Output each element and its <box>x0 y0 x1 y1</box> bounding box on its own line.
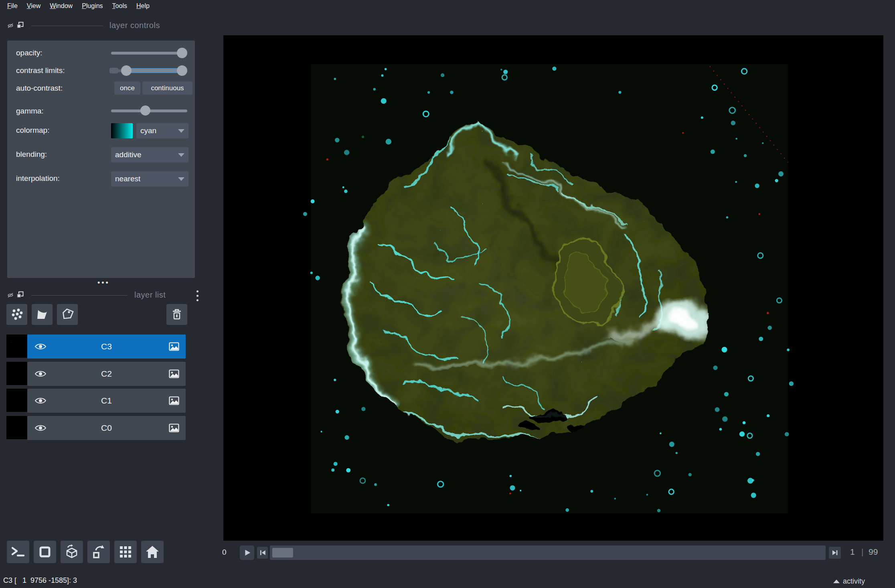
kebab-menu-icon[interactable] <box>196 288 198 304</box>
new-points-layer-button[interactable] <box>6 304 27 325</box>
colormap-label: colormap: <box>16 126 49 135</box>
skip-to-end-button[interactable] <box>829 547 841 559</box>
frame-slider-handle[interactable] <box>272 548 293 558</box>
chevron-down-icon <box>178 153 184 157</box>
contrast-high-handle[interactable] <box>177 65 187 76</box>
frame-separator: | <box>861 547 863 557</box>
layer-list-title: layer list <box>134 290 166 300</box>
gamma-slider[interactable] <box>111 104 187 118</box>
total-frames: 99 <box>869 547 878 557</box>
delete-layer-button[interactable] <box>166 304 187 325</box>
colormap-gradient-swatch <box>111 123 133 138</box>
layer-thumbnail <box>6 389 27 412</box>
home-reset-view-button[interactable] <box>141 541 164 563</box>
viewer-canvas[interactable] <box>223 35 883 541</box>
layer-controls-panel: opacity: contrast limits: auto-contrast:… <box>7 41 195 278</box>
new-shapes-layer-button[interactable] <box>32 304 53 325</box>
image-layer-badge-icon <box>169 369 179 378</box>
image-layer-badge-icon <box>169 342 179 351</box>
new-labels-layer-button[interactable] <box>57 304 78 325</box>
chevron-down-icon <box>178 177 184 181</box>
menu-plugins[interactable]: Plugins <box>82 2 103 10</box>
colormap-dropdown[interactable]: cyan <box>136 123 188 138</box>
visibility-eye-icon[interactable] <box>34 342 47 351</box>
roll-dimensions-button[interactable] <box>61 541 83 563</box>
layer-row[interactable]: C0 <box>27 416 186 440</box>
menu-help[interactable]: Help <box>136 2 150 10</box>
layer-thumbnail <box>6 416 27 439</box>
ndisplay-toggle-button[interactable] <box>34 541 56 563</box>
status-bar-coordinates: C3 [ 1 9756 -1585]: 3 <box>3 576 77 585</box>
skip-to-start-button[interactable] <box>257 547 268 559</box>
chevron-up-icon <box>833 580 840 583</box>
opacity-slider-handle[interactable] <box>177 48 187 58</box>
layer-row[interactable]: C3 <box>27 335 186 359</box>
menu-tools[interactable]: Tools <box>112 2 127 10</box>
trash-icon <box>170 308 184 321</box>
float-icon[interactable] <box>17 22 24 28</box>
dimension-slider-row: 0 1 | 99 <box>217 544 895 562</box>
transpose-dimensions-button[interactable] <box>87 541 110 563</box>
auto-contrast-label: auto-contrast: <box>16 84 63 93</box>
transpose-icon <box>91 544 107 560</box>
layer-row[interactable]: C1 <box>27 389 186 413</box>
console-icon <box>10 545 26 559</box>
layer-thumbnail <box>6 335 27 358</box>
menu-view[interactable]: View <box>27 2 40 10</box>
play-icon <box>243 548 251 557</box>
image-layer-badge-icon <box>169 396 179 405</box>
hide-icon[interactable] <box>7 22 14 29</box>
napari-window: File View Window Plugins Tools Help laye… <box>0 0 895 588</box>
menu-file[interactable]: File <box>7 2 18 10</box>
console-button[interactable] <box>7 541 29 563</box>
axis-label: 0 <box>222 548 227 557</box>
shapes-icon <box>35 308 49 321</box>
visibility-eye-icon[interactable] <box>34 396 47 405</box>
gamma-slider-handle[interactable] <box>140 105 150 116</box>
opacity-slider-track[interactable] <box>111 52 187 55</box>
menu-bar: File View Window Plugins Tools Help <box>0 0 895 12</box>
grid-icon <box>118 545 133 559</box>
blending-label: blending: <box>16 150 47 159</box>
contrast-low-handle[interactable] <box>121 65 132 76</box>
chevron-down-icon <box>178 129 184 133</box>
gamma-label: gamma: <box>16 107 44 116</box>
visibility-eye-icon[interactable] <box>34 424 47 432</box>
contrast-slider-stub <box>109 68 118 73</box>
play-button[interactable] <box>240 545 254 560</box>
contrast-slider-range[interactable] <box>126 68 182 73</box>
auto-contrast-continuous-button[interactable]: continuous <box>142 81 192 95</box>
grid-view-button[interactable] <box>114 541 137 563</box>
interpolation-label: interpolation: <box>16 174 60 183</box>
layer-controls-title: layer controls <box>109 21 160 30</box>
interpolation-dropdown[interactable]: nearest <box>111 171 188 187</box>
visibility-eye-icon[interactable] <box>34 369 47 378</box>
layer-thumbnail <box>6 362 27 385</box>
contrast-limits-label: contrast limits: <box>16 66 65 75</box>
activity-label: activity <box>843 577 865 586</box>
dock-title-line <box>31 295 128 296</box>
skip-end-icon <box>831 549 838 556</box>
image-layer-badge-icon <box>169 424 179 432</box>
opacity-slider[interactable] <box>111 46 187 60</box>
contrast-limits-range-slider[interactable] <box>111 64 187 77</box>
skip-start-icon <box>259 549 266 556</box>
opacity-label: opacity: <box>16 49 42 57</box>
activity-toggle[interactable]: activity <box>833 577 865 586</box>
labels-tag-icon <box>61 308 74 321</box>
dock-splitter-handle[interactable]: ••• <box>97 279 110 287</box>
cube-roll-icon <box>64 544 80 560</box>
frame-slider-track[interactable] <box>270 545 826 560</box>
dock-title-line <box>31 26 103 26</box>
layer-row[interactable]: C2 <box>27 362 186 386</box>
current-frame: 1 <box>850 547 855 557</box>
float-icon[interactable] <box>17 291 24 298</box>
square-2d-icon <box>38 545 52 559</box>
home-icon <box>145 545 160 559</box>
points-icon <box>10 308 24 321</box>
microscopy-image <box>223 35 883 541</box>
menu-window[interactable]: Window <box>50 2 73 10</box>
blending-dropdown[interactable]: additive <box>111 147 188 162</box>
hide-icon[interactable] <box>7 292 14 298</box>
auto-contrast-once-button[interactable]: once <box>114 81 140 95</box>
